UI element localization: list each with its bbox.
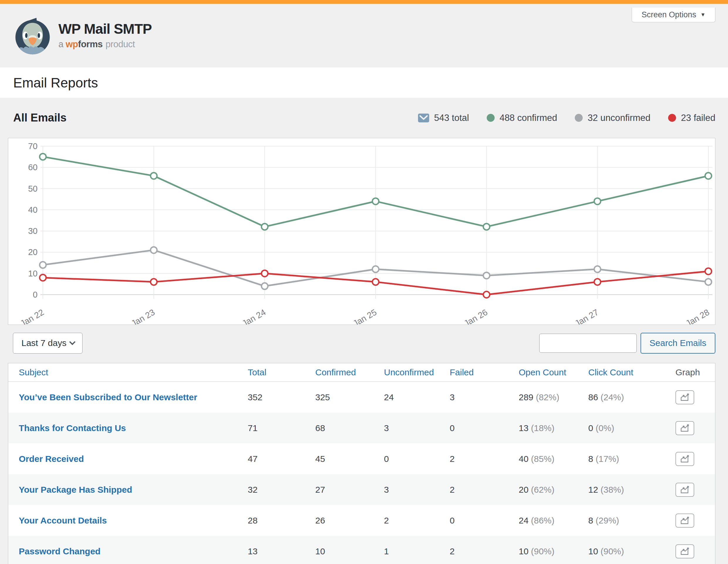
chart-legend: 543 total 488 confirmed 32 unconfirmed 2… [418,113,715,123]
wp-mail-smtp-logo [13,16,52,55]
svg-text:0: 0 [33,290,38,299]
search-input[interactable] [539,334,637,353]
unconfirmed-cell: 2 [384,516,450,526]
mini-graph-icon [680,516,690,525]
plugin-header: WP Mail SMTP awpformsproduct Screen Opti… [0,4,728,68]
svg-text:20: 20 [28,248,38,257]
open-count-cell: 13 (18%) [519,423,588,433]
click-percent: (90%) [601,546,624,556]
total-cell: 352 [248,392,315,402]
table-row: Your Package Has Shipped 32 27 3 2 20 (6… [8,474,715,505]
click-percent: (29%) [596,516,619,525]
email-subject-link[interactable]: Your Package Has Shipped [19,485,248,495]
open-percent: (18%) [531,423,555,433]
legend-item-total: 543 total [418,113,469,123]
column-header-graph: Graph [667,367,705,377]
search-emails-button[interactable]: Search Emails [641,333,715,353]
open-count-cell: 24 (86%) [519,516,588,526]
open-count-cell: 40 (85%) [519,454,588,464]
svg-text:Jan 26: Jan 26 [462,307,489,324]
email-subject-link[interactable]: Password Changed [19,546,248,556]
total-cell: 47 [248,454,315,464]
mini-graph-icon [680,424,690,432]
mini-graph-icon [680,486,690,494]
email-subject-link[interactable]: Your Account Details [19,516,248,526]
failed-cell: 3 [450,392,519,402]
email-reports-table: Subject Total Confirmed Unconfirmed Fail… [8,363,715,564]
row-graph-button[interactable] [675,483,694,497]
open-percent: (85%) [531,454,555,464]
svg-text:Jan 24: Jan 24 [240,307,267,324]
chevron-down-icon [69,339,75,345]
line-chart-canvas: 010203040506070Jan 22Jan 23Jan 24Jan 25J… [8,138,715,324]
click-count-cell: 86 (24%) [588,392,667,402]
screen-options-label: Screen Options [642,10,696,19]
confirmed-dot-icon [487,114,495,122]
date-range-value: Last 7 days [21,338,66,348]
legend-failed-label: 23 failed [681,113,715,123]
legend-item-failed: 23 failed [668,113,715,123]
failed-cell: 2 [450,485,519,495]
confirmed-cell: 68 [315,423,384,433]
confirmed-cell: 26 [315,516,384,526]
failed-cell: 2 [450,454,519,464]
unconfirmed-cell: 24 [384,392,450,402]
screen-options-button[interactable]: Screen Options ▼ [632,8,715,22]
svg-text:70: 70 [28,142,38,151]
row-graph-button[interactable] [675,544,694,558]
subtitle-product: product [105,39,135,49]
summary-row: All Emails 543 total 488 confirmed 32 un… [13,98,715,138]
unconfirmed-cell: 3 [384,423,450,433]
date-range-select[interactable]: Last 7 days [13,333,82,353]
open-count-cell: 10 (90%) [519,546,588,556]
legend-item-unconfirmed: 32 unconfirmed [575,113,651,123]
svg-text:50: 50 [28,184,38,193]
confirmed-cell: 325 [315,392,384,402]
chevron-down-icon: ▼ [700,12,706,18]
email-subject-link[interactable]: You’ve Been Subscribed to Our Newsletter [19,392,248,402]
unconfirmed-cell: 0 [384,454,450,464]
envelope-icon [418,114,429,122]
open-count-cell: 289 (82%) [519,392,588,402]
row-graph-button[interactable] [675,390,694,404]
svg-text:30: 30 [28,226,38,236]
svg-text:60: 60 [28,163,38,172]
row-graph-button[interactable] [675,513,694,528]
confirmed-cell: 27 [315,485,384,495]
all-emails-heading: All Emails [13,112,67,124]
column-header-failed[interactable]: Failed [450,367,519,377]
table-body: You’ve Been Subscribed to Our Newsletter… [8,382,715,564]
subtitle-prefix: a [58,39,63,49]
table-row: Password Changed 13 10 1 2 10 (90%) 10 (… [8,536,715,564]
email-subject-link[interactable]: Thanks for Contacting Us [19,423,248,433]
total-cell: 13 [248,546,315,556]
table-row: Your Account Details 28 26 2 0 24 (86%) … [8,505,715,536]
svg-text:Jan 25: Jan 25 [351,307,378,324]
wpforms-wp: wp [66,39,78,49]
svg-text:Jan 27: Jan 27 [573,307,600,324]
svg-text:Jan 23: Jan 23 [129,307,156,324]
click-count-cell: 12 (38%) [588,485,667,495]
open-count-cell: 20 (62%) [519,485,588,495]
failed-dot-icon [668,114,676,122]
svg-text:10: 10 [28,269,38,278]
column-header-unconfirmed[interactable]: Unconfirmed [384,367,450,377]
open-percent: (86%) [531,516,555,525]
row-graph-button[interactable] [675,421,694,435]
click-count-cell: 8 (29%) [588,516,667,526]
column-header-click-count[interactable]: Click Count [588,367,667,377]
table-row: Order Received 47 45 0 2 40 (85%) 8 (17%… [8,443,715,474]
row-graph-button[interactable] [675,452,694,466]
total-cell: 28 [248,516,315,526]
column-header-total[interactable]: Total [248,367,315,377]
column-header-confirmed[interactable]: Confirmed [315,367,384,377]
email-subject-link[interactable]: Order Received [19,454,248,464]
svg-text:Jan 28: Jan 28 [684,307,711,324]
table-controls: Last 7 days Search Emails [13,332,715,353]
unconfirmed-cell: 3 [384,485,450,495]
column-header-open-count[interactable]: Open Count [519,367,588,377]
table-row: Thanks for Contacting Us 71 68 3 0 13 (1… [8,412,715,443]
column-header-subject[interactable]: Subject [19,367,248,377]
admin-top-bar [0,0,728,4]
click-percent: (24%) [601,392,624,402]
